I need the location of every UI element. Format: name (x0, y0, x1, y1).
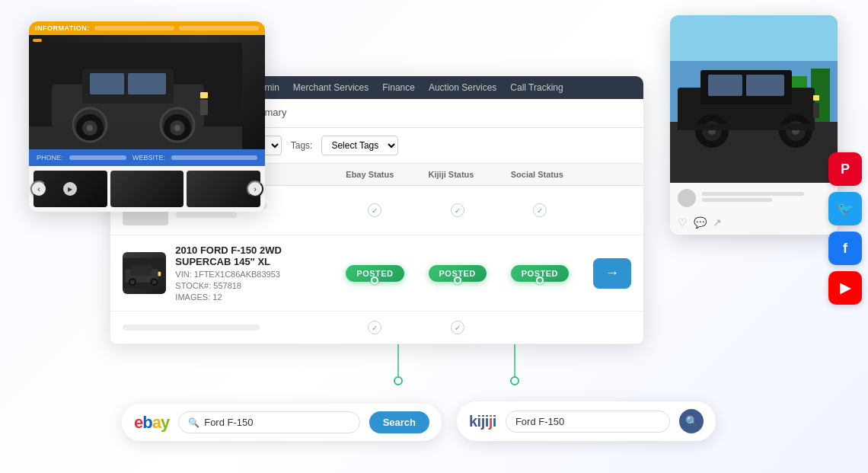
table-row-blur-2 (110, 312, 643, 344)
vehicle-thumbnails: ▶ (29, 166, 265, 212)
kijiji-search-box (506, 411, 670, 433)
thumbnail-2[interactable] (110, 171, 184, 207)
ebay-search-box: 🔍 (178, 411, 359, 433)
facebook-icon[interactable]: f (828, 232, 862, 265)
ebay-status-dot (371, 276, 378, 284)
right-card-actions: ♡ 💬 ↗ (670, 213, 838, 235)
col-action (581, 164, 643, 186)
svg-point-34 (152, 280, 157, 284)
kijiji-status-wrapper: POSTED (429, 265, 487, 282)
main-scene: INFORMATION: (0, 0, 868, 473)
right-vehicle-card: ♡ 💬 ↗ (670, 15, 838, 235)
play-icon: ▶ (63, 182, 77, 196)
right-vehicle-image (670, 15, 838, 183)
svg-rect-52 (813, 103, 819, 118)
nav-finance[interactable]: Finance (382, 82, 415, 93)
svg-rect-30 (131, 264, 152, 275)
ebay-status-wrapper: POSTED (346, 265, 404, 282)
vehicle-stock: STOCK#: 557818 (175, 281, 321, 290)
ebay-search-button[interactable]: Search (369, 411, 429, 433)
svg-rect-53 (678, 124, 815, 130)
vehicle-title: 2010 FORD F-150 2WD SUPERCAB 145" XL (175, 244, 321, 267)
col-kijiji: Kijiji Status (416, 164, 499, 186)
kijiji-status-dot (454, 276, 461, 284)
nav-merchant[interactable]: Merchant Services (293, 82, 369, 93)
vehicle-vin: VIN: 1FTEX1C86AKB83953 (175, 270, 321, 279)
svg-rect-16 (90, 73, 124, 94)
vehicle-info-text: 2010 FORD F-150 2WD SUPERCAB 145" XL VIN… (175, 244, 321, 302)
ebay-logo-b: b (142, 413, 152, 432)
ebay-search-bar: ebay 🔍 Search (122, 404, 442, 441)
svg-rect-35 (158, 272, 161, 276)
nav-call[interactable]: Call Tracking (510, 82, 563, 93)
col-ebay: Ebay Status (333, 164, 416, 186)
kijiji-search-button[interactable]: 🔍 (679, 409, 704, 433)
comment-icon: 💬 (694, 216, 707, 229)
ebay-logo-e: e (134, 413, 142, 432)
social-icons-panel: P 🐦 f ▶ (828, 152, 862, 305)
tags-label: Tags: (291, 140, 313, 151)
share-icon: ↗ (713, 216, 722, 229)
website-label: WEBSITE: (132, 154, 165, 161)
info-line-2 (179, 26, 259, 30)
svg-rect-26 (200, 92, 208, 98)
col-social: Social Status (499, 164, 581, 186)
view-detail-button[interactable]: → (593, 258, 631, 289)
svg-point-23 (174, 125, 180, 131)
website-line (171, 155, 257, 160)
svg-point-5 (394, 377, 402, 385)
phone-website-bar: PHONE: WEBSITE: (29, 149, 265, 166)
ebay-logo-a: a (152, 413, 161, 432)
like-icon: ♡ (678, 216, 688, 229)
right-card-avatar (678, 189, 696, 207)
svg-rect-27 (200, 100, 208, 115)
kijiji-logo-accent: j (489, 413, 493, 430)
svg-point-8 (511, 377, 519, 385)
svg-point-32 (130, 280, 135, 284)
vehicle-row-info: 2010 FORD F-150 2WD SUPERCAB 145" XL VIN… (123, 244, 321, 302)
ebay-search-icon: 🔍 (188, 417, 199, 428)
twitter-icon[interactable]: 🐦 (828, 192, 862, 225)
tags-select[interactable]: Select Tags (321, 136, 398, 155)
kijiji-search-input[interactable] (515, 416, 576, 427)
ebay-logo-y: y (161, 413, 169, 432)
ebay-search-input[interactable] (204, 417, 273, 428)
pinterest-icon[interactable]: P (828, 152, 862, 186)
info-line-1 (94, 26, 174, 30)
info-label: INFORMATION: (35, 24, 90, 32)
kijiji-search-bar: kijiji 🔍 (457, 401, 716, 441)
right-card-lines (702, 192, 830, 204)
vehicle-main-image (29, 35, 265, 149)
vehicle-thumbnail (123, 252, 166, 294)
social-status-dot (536, 276, 544, 284)
svg-rect-13 (29, 126, 242, 149)
carousel-next-button[interactable]: › (247, 181, 263, 197)
vehicle-card: INFORMATION: (29, 21, 265, 212)
nav-auction[interactable]: Auction Services (429, 82, 496, 93)
social-status-wrapper: POSTED (511, 265, 569, 282)
svg-rect-44 (746, 75, 784, 96)
table-row: 2010 FORD F-150 2WD SUPERCAB 145" XL VIN… (110, 235, 643, 312)
kijiji-logo: kijiji (469, 413, 496, 430)
svg-point-20 (87, 125, 93, 131)
svg-rect-43 (708, 75, 742, 96)
ebay-logo: ebay (134, 413, 169, 433)
phone-label: PHONE: (37, 154, 63, 161)
carousel-prev-button[interactable]: ‹ (30, 181, 47, 197)
phone-line (69, 155, 126, 160)
youtube-icon[interactable]: ▶ (828, 271, 862, 305)
svg-rect-51 (813, 95, 819, 101)
vehicle-images: IMAGES: 12 (175, 292, 321, 302)
svg-rect-17 (128, 73, 166, 94)
info-bar: INFORMATION: (29, 21, 265, 35)
right-card-footer (670, 183, 838, 213)
